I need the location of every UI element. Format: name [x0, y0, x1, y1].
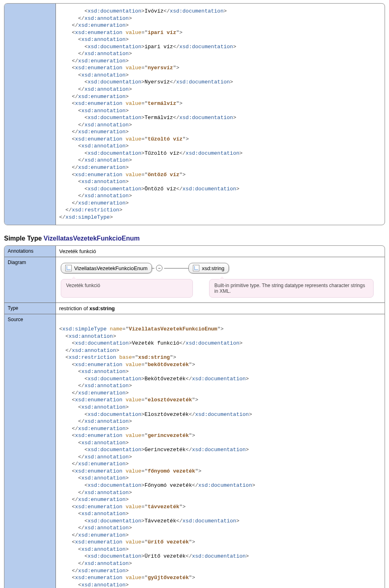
diagram-node-type[interactable]: VizellatasVezetekFunkcioEnum [61, 263, 152, 273]
source-code-2: <xsd:simpleType name="VizellatasVezetekF… [59, 318, 381, 588]
type-prefix: restriction of [59, 305, 89, 311]
label-diagram: Diagram [4, 257, 56, 303]
callout-left: Vezeték funkció [61, 279, 193, 298]
source-code-1: <xsd:documentation>Ivóvíz</xsd:documenta… [59, 8, 381, 221]
annotations-text: Vezeték funkció [56, 246, 385, 257]
type-icon [193, 265, 199, 271]
diagram-node-base-label: xsd:string [202, 265, 224, 271]
diagram-node-base[interactable]: xsd:string [188, 263, 229, 273]
label-blank [4, 4, 56, 225]
source-cell-1: <xsd:documentation>Ivóvíz</xsd:documenta… [56, 4, 385, 225]
diagram-row: VizellatasVezetekFunkcioEnum − xsd:strin… [61, 263, 380, 273]
type-base: xsd:string [89, 305, 115, 311]
type-value: restriction of xsd:string [56, 303, 385, 314]
label-source: Source [4, 314, 56, 588]
panel-source-partial: <xsd:documentation>Ivóvíz</xsd:documenta… [4, 3, 385, 225]
source-cell-2: <xsd:simpleType name="VizellatasVezetekF… [56, 314, 385, 588]
label-annotations: Annotations [4, 246, 56, 257]
panel-type-definition: Annotations Vezeték funkció Diagram Vize… [4, 245, 385, 588]
label-type: Type [4, 303, 56, 314]
connector [164, 268, 188, 268]
section-title-prefix: Simple Type [4, 235, 44, 242]
section-title-typename[interactable]: VizellatasVezetekFunkcioEnum [44, 235, 140, 242]
section-title: Simple Type VizellatasVezetekFunkcioEnum [4, 235, 385, 242]
type-icon [65, 265, 72, 271]
connector [152, 268, 154, 268]
diagram-node-type-label: VizellatasVezetekFunkcioEnum [74, 265, 147, 271]
diagram-callouts: Vezeték funkció Built-in primitive type.… [61, 279, 380, 298]
diagram-cell: VizellatasVezetekFunkcioEnum − xsd:strin… [56, 257, 385, 303]
collapse-toggle-icon[interactable]: − [156, 265, 162, 271]
callout-right: Built-in primitive type. The string data… [209, 279, 374, 298]
